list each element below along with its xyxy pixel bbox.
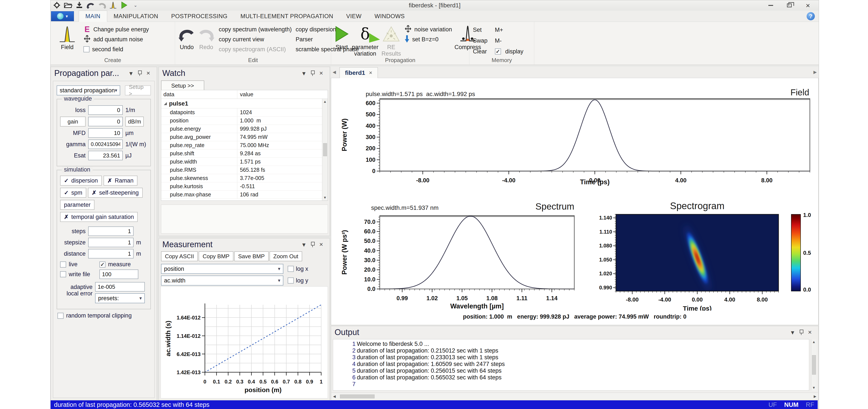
watch-row[interactable]: pulse.skewness3.77e-005 [161, 174, 328, 182]
setup-button[interactable]: Setup > [125, 85, 151, 95]
live-checkbox[interactable]: ✓live [60, 261, 97, 268]
parameter-button[interactable]: parameter [60, 200, 94, 210]
panel-menu-icon[interactable]: ▾ [126, 69, 136, 77]
scroll-down-icon[interactable]: ▼ [812, 386, 816, 390]
zoom-out-button[interactable]: Zoom Out [270, 251, 302, 261]
close-button[interactable]: × [804, 1, 812, 10]
tab-nav-left-icon[interactable]: ◀ [333, 69, 336, 75]
gain-button[interactable]: gain [60, 117, 86, 126]
write-file-interval-input[interactable] [99, 269, 138, 279]
tree-expanded-icon[interactable] [164, 102, 167, 105]
close-icon[interactable]: × [316, 69, 326, 77]
tab-postprocessing[interactable]: POSTPROCESSING [165, 10, 234, 22]
change-pulse-energy-button[interactable]: E Change pulse energy [84, 24, 149, 34]
start-button[interactable]: Start [335, 24, 349, 50]
tab-close-icon[interactable]: × [369, 69, 372, 76]
distance-input[interactable] [88, 249, 133, 259]
watch-group-row[interactable]: pulse1 [161, 99, 328, 108]
temporal-gain-saturation-toggle[interactable]: ✗temporal gain saturation [60, 212, 138, 222]
watch-row[interactable]: position1.000 m [161, 117, 328, 125]
parameter-variation-button[interactable]: δ parameter variation [352, 24, 378, 57]
panel-menu-icon[interactable]: ▾ [299, 69, 309, 77]
adaptive-local-error-input[interactable] [95, 282, 145, 292]
tab-manipulation[interactable]: MANIPULATION [107, 10, 165, 22]
close-icon[interactable]: × [316, 241, 326, 248]
scroll-up-icon[interactable]: ▲ [812, 340, 816, 344]
watch-row[interactable]: pulse.energy999.928 pJ [161, 125, 328, 133]
tab-main[interactable]: MAIN [79, 10, 107, 22]
pin-icon[interactable] [309, 241, 316, 248]
propagation-type-combobox[interactable]: standard propagation ▾ [57, 85, 120, 95]
app-menu-button[interactable]: ▾ [51, 11, 74, 21]
watch-row[interactable]: pulse.avg_power74.995 mW [161, 133, 328, 141]
redo-button[interactable]: Redo [198, 24, 214, 50]
scroll-down-icon[interactable]: ▼ [323, 196, 327, 200]
memory-mplus-button[interactable]: M+ [495, 24, 524, 35]
watch-row[interactable]: pulse.kurtosis-0.511 [161, 182, 328, 191]
memory-set-button[interactable]: Set [473, 24, 488, 35]
scrollbar-thumb[interactable] [812, 355, 816, 375]
random-temporal-clipping-checkbox[interactable]: ✓random temporal clipping [58, 312, 132, 319]
watch-row[interactable]: pulse.max-phase106 rad [161, 191, 328, 199]
close-icon[interactable]: × [805, 328, 815, 336]
gain-unit-button[interactable]: dB/m [125, 117, 144, 126]
column-header-data[interactable]: data [161, 90, 237, 99]
help-button[interactable]: ? [807, 12, 815, 20]
memory-display-checkbox[interactable]: ✓ display [495, 46, 524, 57]
watch-scrollbar[interactable]: ▲ ▼ [322, 99, 328, 201]
restore-button[interactable] [785, 1, 794, 10]
memory-swap-button[interactable]: Swap [473, 35, 488, 46]
gamma-input[interactable] [88, 140, 123, 149]
esat-input[interactable] [88, 151, 123, 160]
mfd-input[interactable] [88, 128, 123, 138]
log-x-checkbox[interactable]: ✓log x [288, 266, 308, 272]
watch-row[interactable]: pulse.shift9.284 as [161, 149, 328, 158]
tab-windows[interactable]: WINDOWS [368, 10, 411, 22]
output-log[interactable]: 1Welcome to fiberdesk 5.0 ... 2duration … [333, 339, 809, 390]
set-b-button[interactable]: set B=z=0 [404, 34, 452, 44]
stepsize-input[interactable] [88, 238, 133, 247]
watch-row[interactable]: datapoints1024 [161, 108, 328, 117]
y-axis-combobox[interactable]: ac.width▾ [161, 275, 283, 286]
copy-spectrum-button[interactable]: copy spectrum (wavelength) [219, 24, 292, 34]
save-bmp-button[interactable]: Save BMP [234, 251, 269, 261]
second-field-checkbox[interactable]: ✓ second field [84, 44, 149, 54]
raman-toggle[interactable]: ✗Raman [103, 176, 137, 185]
log-y-checkbox[interactable]: ✓log y [288, 277, 308, 284]
tab-view[interactable]: VIEW [340, 10, 368, 22]
noise-variation-button[interactable]: noise variation [404, 24, 452, 34]
copy-ascii-button[interactable]: Copy ASCII [161, 251, 198, 261]
pin-icon[interactable] [798, 328, 805, 336]
document-tab-fiberd1[interactable]: fiberd1 × [340, 67, 378, 78]
spm-toggle[interactable]: ✓spm [60, 188, 86, 198]
dispersion-toggle[interactable]: ✓dispersion [60, 176, 102, 185]
panel-menu-icon[interactable]: ▾ [299, 241, 309, 248]
copy-spectrogram-button[interactable]: copy spectrogram (ASCII) [219, 44, 292, 54]
close-icon[interactable]: × [143, 69, 153, 77]
x-axis-combobox[interactable]: position▾ [161, 264, 283, 274]
panel-menu-icon[interactable]: ▾ [787, 328, 798, 336]
watch-setup-tab[interactable]: Setup >> [161, 81, 204, 90]
output-vscrollbar[interactable]: ▲ ▼ [811, 339, 816, 390]
undo-button[interactable]: Undo [179, 24, 195, 50]
add-quantum-noise-button[interactable]: add quantum noise [84, 34, 149, 44]
presets-combobox[interactable]: presets:▾ [95, 293, 145, 303]
loss-input[interactable] [88, 105, 123, 115]
copy-current-view-button[interactable]: copy current view [219, 34, 292, 44]
watch-row[interactable]: pulse.rep_rate75.000 MHz [161, 141, 328, 149]
gain-input[interactable] [88, 117, 123, 126]
scrollbar-thumb[interactable] [323, 143, 327, 156]
minimize-button[interactable] [767, 1, 775, 10]
watch-row[interactable]: pulse.RMS565.128 fs [161, 166, 328, 174]
scrollbar-thumb[interactable] [340, 395, 375, 399]
scroll-up-icon[interactable]: ▲ [323, 100, 327, 104]
scroll-left-icon[interactable]: ◀ [333, 394, 336, 399]
steps-input[interactable] [88, 227, 133, 236]
tab-multi-element-propagation[interactable]: MULTI-ELEMENT PROPAGATION [234, 10, 340, 22]
output-hscrollbar[interactable]: ◀ ▶ [331, 392, 818, 400]
measure-checkbox[interactable]: ✓measure [99, 261, 131, 268]
tab-nav-right-icon[interactable]: ▶ [813, 69, 817, 75]
field-button[interactable]: Field [54, 24, 81, 50]
re-results-button[interactable]: RE Results [381, 24, 401, 57]
column-header-value[interactable]: value [237, 90, 328, 99]
